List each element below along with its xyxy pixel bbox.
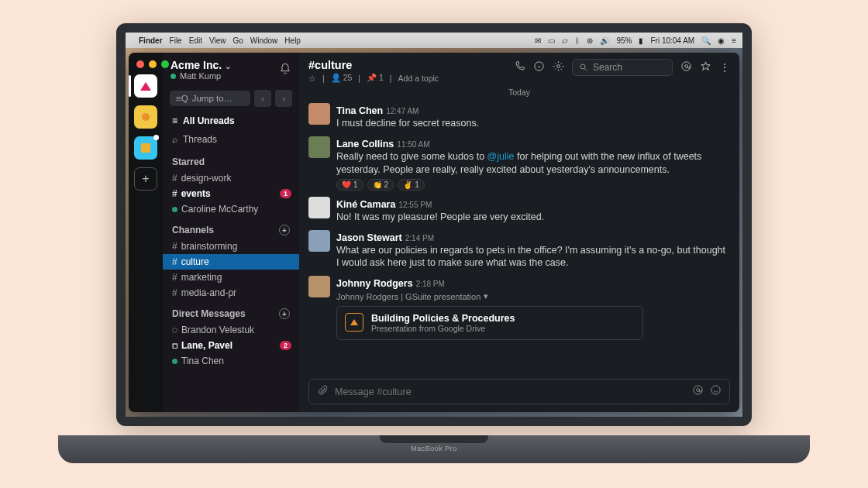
members-count[interactable]: 👤 25 bbox=[331, 73, 353, 83]
menubar-go[interactable]: Go bbox=[232, 36, 243, 45]
mention[interactable]: @julie bbox=[487, 151, 515, 162]
window-close-button[interactable] bbox=[136, 60, 144, 68]
unread-badge: 2 bbox=[280, 341, 291, 350]
notifications-icon[interactable]: ≡ bbox=[732, 36, 736, 45]
menubar-help[interactable]: Help bbox=[284, 36, 301, 45]
message-text: Really need to give some kudos to @julie… bbox=[336, 150, 730, 177]
avatar[interactable] bbox=[308, 230, 330, 252]
dm-heading[interactable]: Direct Messages+ bbox=[163, 301, 299, 322]
reaction[interactable]: ❤️1 bbox=[336, 179, 363, 191]
menubar-file[interactable]: File bbox=[170, 36, 182, 45]
emoji-button[interactable] bbox=[710, 384, 722, 399]
message-author[interactable]: Kiné Camara bbox=[336, 199, 395, 210]
channel-name[interactable]: #culture bbox=[308, 59, 439, 71]
caret-down-icon[interactable]: ▾ bbox=[484, 291, 488, 301]
mac-menubar: Finder File Edit View Go Window Help ✉ ▭… bbox=[126, 33, 742, 48]
channel-settings-button[interactable] bbox=[553, 60, 564, 75]
sidebar-item-lane-pavel[interactable]: ◻Lane, Pavel2 bbox=[163, 338, 299, 353]
sidebar-item-marketing[interactable]: #marketing bbox=[163, 270, 299, 285]
message-author[interactable]: Johnny Rodgers bbox=[336, 278, 413, 289]
message-time: 2:14 PM bbox=[405, 234, 434, 242]
star-icon[interactable]: ☆ bbox=[308, 74, 316, 83]
mentions-button[interactable] bbox=[680, 60, 692, 75]
message[interactable]: Lane Collins11:50 AM Really need to give… bbox=[308, 133, 730, 194]
current-user: Matt Kump bbox=[180, 71, 221, 81]
channel-details-button[interactable] bbox=[533, 60, 545, 75]
spotlight-icon[interactable]: 🔍 bbox=[701, 36, 711, 45]
svg-point-7 bbox=[711, 386, 720, 394]
clock[interactable]: Fri 10:04 AM bbox=[650, 36, 694, 45]
message[interactable]: Jason Stewart2:14 PM What are our polici… bbox=[308, 227, 730, 273]
history-forward-button[interactable]: › bbox=[275, 90, 292, 107]
notifications-button[interactable] bbox=[279, 63, 291, 77]
avatar[interactable] bbox=[308, 136, 330, 158]
message-author[interactable]: Tina Chen bbox=[336, 105, 383, 116]
file-attachment[interactable]: Building Policies & Procedures Presentat… bbox=[336, 306, 643, 340]
gdrive-slides-icon bbox=[345, 313, 363, 332]
workspace-switcher: + bbox=[129, 53, 163, 412]
file-title: Building Policies & Procedures bbox=[371, 313, 515, 324]
avatar[interactable] bbox=[308, 197, 330, 218]
reaction[interactable]: 👏2 bbox=[367, 179, 394, 191]
sidebar-item-culture[interactable]: #culture bbox=[163, 254, 299, 270]
presence-indicator bbox=[170, 74, 176, 79]
add-workspace-button[interactable]: + bbox=[134, 167, 157, 191]
message[interactable]: Kiné Camara12:55 PM No! It was my pleasu… bbox=[308, 194, 730, 227]
sidebar-item-caroline[interactable]: Caroline McCarthy bbox=[163, 201, 299, 217]
threads-link[interactable]: ⌕Threads bbox=[163, 130, 299, 149]
mail-icon[interactable]: ✉ bbox=[535, 36, 541, 45]
starred-heading[interactable]: Starred bbox=[163, 149, 299, 170]
siri-icon[interactable]: ◉ bbox=[718, 36, 725, 45]
volume-icon[interactable]: 🔊 bbox=[600, 36, 609, 45]
message-composer[interactable] bbox=[308, 379, 730, 404]
search-input[interactable]: Search bbox=[572, 59, 673, 76]
message-author[interactable]: Jason Stewart bbox=[336, 232, 402, 243]
sidebar-item-events[interactable]: #events1 bbox=[163, 186, 299, 201]
menubar-edit[interactable]: Edit bbox=[189, 36, 202, 45]
sidebar-item-tina[interactable]: Tina Chen bbox=[163, 353, 299, 369]
all-unreads-link[interactable]: ≡All Unreads bbox=[163, 112, 299, 130]
menubar-view[interactable]: View bbox=[209, 36, 226, 45]
message-input[interactable] bbox=[335, 387, 686, 397]
workspace-name[interactable]: Acme Inc. ⌄ bbox=[170, 59, 231, 71]
wifi-icon[interactable]: ⊜ bbox=[587, 36, 593, 45]
channel-view: #culture ☆| 👤 25| 📌 1| Add a topic Searc… bbox=[299, 53, 739, 412]
sidebar-item-media-and-pr[interactable]: #media-and-pr bbox=[163, 285, 299, 301]
new-dm-button[interactable]: + bbox=[279, 308, 290, 319]
bluetooth-icon[interactable]: ᛒ bbox=[575, 36, 580, 45]
channels-heading[interactable]: Channels+ bbox=[163, 217, 299, 239]
message[interactable]: Tina Chen12:47 AM I must decline for sec… bbox=[308, 100, 730, 133]
slack-window: + Acme Inc. ⌄ Matt Kump ≡QJump to… ‹ › ≡… bbox=[129, 53, 739, 412]
menubar-app[interactable]: Finder bbox=[139, 36, 163, 45]
message-text: What are our policies in regards to pets… bbox=[336, 244, 730, 270]
history-back-button[interactable]: ‹ bbox=[254, 90, 271, 107]
star-button[interactable] bbox=[700, 60, 711, 75]
attach-button[interactable] bbox=[317, 384, 329, 399]
sidebar-item-brainstorming[interactable]: #brainstorming bbox=[163, 239, 299, 254]
airplay-icon[interactable]: ▱ bbox=[562, 36, 568, 45]
battery-percent: 95% bbox=[616, 36, 632, 45]
mention-button[interactable] bbox=[692, 384, 704, 399]
message-time: 12:55 PM bbox=[398, 201, 432, 209]
sidebar-item-design-work[interactable]: #design-work bbox=[163, 170, 299, 186]
jump-to-button[interactable]: ≡QJump to… bbox=[170, 91, 250, 106]
reaction[interactable]: ✌️1 bbox=[398, 179, 425, 191]
message-time: 11:50 AM bbox=[397, 140, 429, 149]
add-channel-button[interactable]: + bbox=[279, 225, 290, 235]
workspace-3[interactable] bbox=[134, 136, 157, 160]
avatar[interactable] bbox=[308, 276, 330, 297]
avatar[interactable] bbox=[308, 103, 330, 125]
menubar-window[interactable]: Window bbox=[250, 36, 278, 45]
window-minimize-button[interactable] bbox=[149, 60, 157, 68]
message-author[interactable]: Lane Collins bbox=[336, 139, 394, 149]
sidebar-item-brandon[interactable]: Brandon Velestuk bbox=[163, 322, 299, 338]
window-zoom-button[interactable] bbox=[161, 60, 169, 68]
add-topic-link[interactable]: Add a topic bbox=[398, 74, 439, 83]
workspace-acme[interactable] bbox=[134, 74, 157, 98]
workspace-2[interactable] bbox=[134, 105, 157, 129]
pins-count[interactable]: 📌 1 bbox=[367, 73, 384, 83]
displays-icon[interactable]: ▭ bbox=[548, 36, 555, 45]
call-button[interactable] bbox=[514, 60, 525, 75]
more-button[interactable]: ⋮ bbox=[719, 61, 730, 74]
message[interactable]: Johnny Rodgers2:18 PM Johnny Rodgers | G… bbox=[308, 273, 730, 343]
